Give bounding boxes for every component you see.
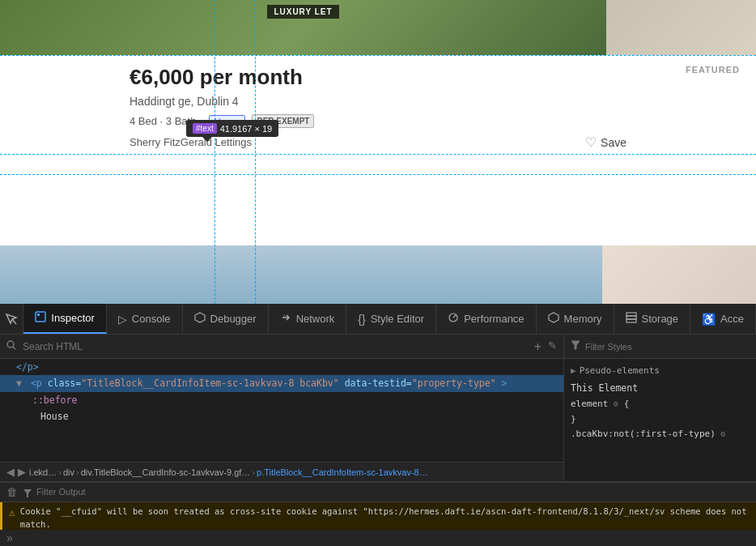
styles-search-bar (564, 335, 756, 359)
gear-icon[interactable]: ⚙ (614, 399, 618, 408)
performance-tab-label: Performance (464, 313, 524, 325)
html-panel: + ✎ </p> ▼ <p class="TitleBlock__CardInf… (0, 335, 564, 481)
inspector-tab-icon (35, 311, 46, 325)
breadcrumb-forward[interactable]: ▶ (18, 466, 26, 478)
pseudo-elements-arrow: ▶ (571, 365, 576, 376)
breadcrumb-item-div1[interactable]: div (63, 467, 74, 477)
accessibility-tab-icon: ♿ (702, 313, 716, 326)
tab-memory[interactable]: Memory (537, 304, 614, 334)
filter-output-label: Filter Output (23, 487, 86, 497)
filter-styles-input[interactable] (585, 342, 750, 352)
console-expand-dots[interactable]: » (0, 530, 756, 546)
breadcrumb-sep-3: › (252, 467, 255, 477)
style-editor-tab-label: Style Editor (371, 313, 424, 325)
open-brace: { (624, 399, 630, 409)
network-tab-icon (280, 312, 291, 326)
tab-accessibility[interactable]: ♿ Acce (690, 304, 756, 334)
svg-rect-8 (626, 313, 636, 316)
second-listing-side-image (602, 245, 756, 304)
style-editor-tab-icon: {} (358, 313, 365, 326)
luxury-badge: LUXURY LET (267, 5, 338, 19)
agent-name: Sherry FitzGerald Lettings (130, 136, 252, 148)
class-attr: class= (48, 378, 82, 389)
pseudo-elements-section: ▶ Pseudo-elements (571, 365, 750, 376)
close-brace: } (571, 414, 576, 424)
tab-inspector[interactable]: Inspector (23, 304, 106, 334)
svg-marker-13 (571, 341, 580, 349)
pseudo-elements-header[interactable]: ▶ Pseudo-elements (571, 365, 750, 376)
second-listing (0, 245, 756, 304)
svg-marker-14 (23, 489, 32, 497)
price-heading: €6,000 per month (130, 65, 626, 90)
search-html-input[interactable] (23, 341, 528, 352)
second-listing-main-image (0, 245, 602, 304)
breadcrumb-item-p[interactable]: p.TitleBlock__CardInfoItem-sc-1avkvav-8… (257, 467, 428, 477)
breadcrumb-item-ekd[interactable]: i.ekd… (29, 467, 57, 477)
inspector-tab-label: Inspector (51, 312, 94, 324)
breadcrumb-bar: ◀ ▶ i.ekd… › div › div.TitleBlock__CardI… (0, 462, 563, 481)
inspect-line-horizontal-2 (0, 154, 756, 155)
data-value: "property-type" (412, 378, 496, 389)
breadcrumb-item-div2[interactable]: div.TitleBlock__CardInfo-sc-1avkvav-9.gf… (81, 467, 251, 477)
before-pseudo: ::before (16, 395, 77, 406)
html-search-bar: + ✎ (0, 335, 563, 359)
close-bracket: > (502, 378, 508, 389)
tab-performance[interactable]: Performance (436, 304, 536, 334)
storage-tab-label: Storage (642, 313, 679, 325)
html-line-p-element[interactable]: ▼ <p class="TitleBlock__CardInfoItem-sc-… (0, 375, 563, 391)
memory-tab-icon (548, 312, 559, 326)
svg-rect-1 (36, 312, 45, 322)
styles-content: ▶ Pseudo-elements This Element element ⚙… (564, 359, 756, 481)
memory-tab-label: Memory (564, 313, 602, 325)
console-tab-icon: ▷ (118, 313, 127, 326)
tab-debugger[interactable]: Debugger (183, 304, 269, 334)
tab-console[interactable]: ▷ Console (107, 304, 183, 334)
open-p-tag: <p (31, 378, 48, 389)
style-rule-element: element ⚙ { (571, 397, 750, 412)
styles-panel: ▶ Pseudo-elements This Element element ⚙… (564, 335, 756, 481)
pseudo-elements-label: Pseudo-elements (580, 365, 660, 376)
house-text: House (16, 411, 69, 422)
element-picker-button[interactable] (0, 304, 23, 334)
inspector-tooltip: #text 41.9167 × 19 (186, 120, 278, 137)
svg-marker-7 (549, 313, 559, 322)
save-button[interactable]: ♡ Save (585, 134, 626, 150)
breadcrumb-back[interactable]: ◀ (6, 466, 15, 478)
devtools-panel: Inspector ▷ Console Debugger Network {} … (0, 304, 756, 546)
pick-node-icon[interactable]: ✎ (548, 339, 557, 354)
add-node-icon[interactable]: + (534, 339, 542, 354)
tab-style-editor[interactable]: {} Style Editor (346, 304, 436, 334)
html-line-before: ::before (0, 392, 563, 408)
warning-icon: ⚠ (9, 506, 15, 518)
hero-side-image (606, 0, 756, 55)
tooltip-tag: #text (193, 123, 217, 134)
console-message: ⚠ Cookie "__cfuid" will be soon treated … (0, 502, 756, 530)
svg-point-11 (7, 341, 14, 348)
tooltip-dimensions: 41.9167 × 19 (220, 124, 273, 134)
inspect-line-horizontal-3 (0, 174, 756, 175)
svg-line-0 (12, 319, 16, 324)
data-attr: data-testid= (345, 378, 412, 389)
gear-icon-2[interactable]: ⚙ (720, 429, 725, 438)
listing-content: FEATURED €6,000 per month Haddingt ge, D… (0, 55, 756, 160)
inspect-line-horizontal-1 (0, 55, 756, 56)
devtools-toolbar: Inspector ▷ Console Debugger Network {} … (0, 304, 756, 335)
style-rule-close: } (571, 412, 750, 428)
console-area: 🗑 Filter Output ⚠ Cookie "__cfuid" will … (0, 481, 756, 530)
storage-tab-icon (626, 312, 637, 326)
tab-network[interactable]: Network (269, 304, 347, 334)
heart-icon: ♡ (585, 134, 597, 150)
address-line: Haddingt ge, Dublin 4 (130, 95, 626, 108)
svg-marker-3 (195, 313, 205, 322)
console-toolbar: 🗑 Filter Output (0, 483, 756, 502)
inspect-line-vertical-1 (214, 0, 215, 304)
html-line-house: House (0, 408, 563, 424)
svg-line-12 (13, 347, 15, 349)
breadcrumb-sep-2: › (76, 467, 79, 477)
hero-strip: LUXURY LET (0, 0, 756, 55)
devtools-main-pane: + ✎ </p> ▼ <p class="TitleBlock__CardInf… (0, 335, 756, 481)
inspect-line-vertical-2 (255, 0, 256, 304)
tab-storage[interactable]: Storage (614, 304, 691, 334)
svg-rect-9 (626, 316, 636, 319)
clear-console-icon[interactable]: 🗑 (6, 486, 17, 498)
